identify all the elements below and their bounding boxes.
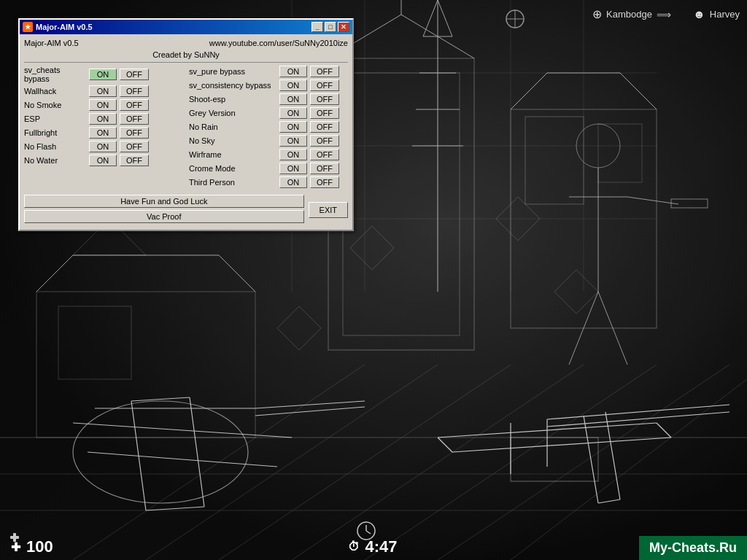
player1-hud: ⊕ Kambodge ⟹	[592, 7, 671, 21]
fun-luck-button[interactable]: Have Fun and God Luck	[24, 195, 304, 208]
timer-value: 4:47	[365, 537, 398, 556]
health-value: 100	[26, 537, 53, 556]
title-bar-left: ★ Major-AIM v0.5	[23, 22, 93, 32]
hud-timer: ⏱ 4:47	[348, 537, 398, 556]
wireframe-label: Wirframe	[189, 150, 276, 159]
ghost-icon: ☻	[693, 8, 705, 21]
features-columns: sv_cheats bypass ON OFF Wallhack ON OFF …	[24, 66, 348, 190]
hud-top-right: ⊕ Kambodge ⟹ ☻ Harvey	[592, 7, 740, 21]
shoot-esp-label: Shoot-esp	[189, 95, 276, 104]
feature-sv-consistency: sv_consistency bypass ON OFF	[189, 79, 348, 91]
wireframe-on-button[interactable]: ON	[279, 149, 307, 160]
vac-proof-button[interactable]: Vac Proof	[24, 210, 304, 223]
timer-icon: ⏱	[348, 540, 360, 553]
minimize-button[interactable]: _	[311, 22, 323, 32]
feature-fullbright: Fullbright ON OFF	[24, 127, 183, 139]
sv-consistency-off-button[interactable]: OFF	[310, 79, 339, 91]
grey-version-off-button[interactable]: OFF	[310, 107, 339, 119]
fullbright-off-button[interactable]: OFF	[120, 127, 149, 139]
shoot-esp-off-button[interactable]: OFF	[310, 93, 339, 105]
feature-no-sky: No Sky ON OFF	[189, 135, 348, 147]
no-smoke-label: No Smoke	[24, 101, 86, 109]
health-cross-icon: ✚	[11, 540, 20, 554]
shoot-esp-on-button[interactable]: ON	[279, 93, 307, 105]
fullbright-label: Fullbright	[24, 128, 86, 137]
no-smoke-off-button[interactable]: OFF	[120, 99, 149, 111]
sv-cheats-label: sv_cheats bypass	[24, 66, 86, 83]
esp-on-button[interactable]: ON	[89, 113, 117, 125]
grey-version-label: Grey Version	[189, 109, 276, 117]
close-button[interactable]: ✕	[338, 22, 349, 32]
window-header: Major-AIM v0.5 www.youtube.com/user/SuNN…	[24, 37, 348, 50]
sv-pure-on-button[interactable]: ON	[279, 66, 307, 77]
crome-mode-on-button[interactable]: ON	[279, 163, 307, 174]
no-sky-label: No Sky	[189, 136, 276, 145]
esp-label: ESP	[24, 114, 86, 123]
no-flash-on-button[interactable]: ON	[89, 141, 117, 152]
no-rain-on-button[interactable]: ON	[279, 121, 307, 133]
grey-version-on-button[interactable]: ON	[279, 107, 307, 119]
crome-mode-off-button[interactable]: OFF	[310, 163, 339, 174]
title-buttons: _ □ ✕	[311, 22, 349, 32]
sv-pure-off-button[interactable]: OFF	[310, 66, 339, 77]
feature-sv-cheats: sv_cheats bypass ON OFF	[24, 66, 183, 83]
window-footer: Have Fun and God Luck Vac Proof EXIT	[24, 195, 348, 225]
hud-bottom: ✚ 100 ⏱ 4:47 $ 1050 My-Cheats.Ru	[0, 537, 747, 560]
cheat-window: ★ Major-AIM v0.5 _ □ ✕ Major-AIM v0.5 ww…	[18, 18, 354, 231]
window-content: Major-AIM v0.5 www.youtube.com/user/SuNN…	[20, 34, 352, 230]
youtube-link: www.youtube.com/user/SuNNy2010ize	[209, 39, 348, 47]
no-flash-off-button[interactable]: OFF	[120, 141, 149, 152]
fullbright-on-button[interactable]: ON	[89, 127, 117, 139]
esp-off-button[interactable]: OFF	[120, 113, 149, 125]
hud-health: ✚ 100	[11, 537, 53, 556]
window-icon: ★	[23, 22, 33, 32]
no-water-on-button[interactable]: ON	[89, 155, 117, 166]
player2-name: Harvey	[710, 9, 740, 20]
feature-wireframe: Wirframe ON OFF	[189, 149, 348, 160]
feature-esp: ESP ON OFF	[24, 113, 183, 125]
no-sky-on-button[interactable]: ON	[279, 135, 307, 147]
maximize-button[interactable]: □	[325, 22, 336, 32]
feature-no-rain: No Rain ON OFF	[189, 121, 348, 133]
wallhack-on-button[interactable]: ON	[89, 85, 117, 97]
feature-shoot-esp: Shoot-esp ON OFF	[189, 93, 348, 105]
feature-grey-version: Grey Version ON OFF	[189, 107, 348, 119]
no-water-off-button[interactable]: OFF	[120, 155, 149, 166]
player1-name: Kambodge	[606, 9, 652, 20]
window-title: Major-AIM v0.5	[36, 23, 93, 31]
no-rain-off-button[interactable]: OFF	[310, 121, 339, 133]
sv-cheats-on-button[interactable]: ON	[89, 69, 117, 80]
no-flash-label: No Flash	[24, 142, 86, 151]
sv-consistency-on-button[interactable]: ON	[279, 79, 307, 91]
divider	[24, 62, 348, 63]
feature-no-flash: No Flash ON OFF	[24, 141, 183, 152]
feature-sv-pure: sv_pure bypass ON OFF	[189, 66, 348, 77]
window-app-name: Major-AIM v0.5	[24, 39, 79, 47]
wallhack-off-button[interactable]: OFF	[120, 85, 149, 97]
features-right-column: sv_pure bypass ON OFF sv_consistency byp…	[189, 66, 348, 190]
no-smoke-on-button[interactable]: ON	[89, 99, 117, 111]
feature-no-smoke: No Smoke ON OFF	[24, 99, 183, 111]
feature-third-person: Third Person ON OFF	[189, 176, 348, 188]
window-title-bar: ★ Major-AIM v0.5 _ □ ✕	[20, 20, 352, 34]
third-person-label: Third Person	[189, 178, 276, 187]
third-person-off-button[interactable]: OFF	[310, 176, 339, 188]
third-person-on-button[interactable]: ON	[279, 176, 307, 188]
rifle-icon: ⟹	[657, 9, 671, 20]
sv-cheats-off-button[interactable]: OFF	[120, 69, 149, 80]
wireframe-off-button[interactable]: OFF	[310, 149, 339, 160]
sv-consistency-label: sv_consistency bypass	[189, 81, 276, 90]
wallhack-label: Wallhack	[24, 87, 86, 96]
crosshair-icon: ⊕	[592, 7, 602, 21]
feature-no-water: No Water ON OFF	[24, 155, 183, 166]
creator-text: Creadet by SuNNy	[24, 50, 348, 59]
footer-left: Have Fun and God Luck Vac Proof	[24, 195, 304, 225]
crome-mode-label: Crome Mode	[189, 164, 276, 173]
feature-crome-mode: Crome Mode ON OFF	[189, 163, 348, 174]
sv-pure-label: sv_pure bypass	[189, 67, 276, 76]
no-sky-off-button[interactable]: OFF	[310, 135, 339, 147]
no-rain-label: No Rain	[189, 122, 276, 131]
features-left-column: sv_cheats bypass ON OFF Wallhack ON OFF …	[24, 66, 183, 190]
watermark: My-Cheats.Ru	[639, 536, 747, 560]
exit-button[interactable]: EXIT	[309, 202, 348, 218]
